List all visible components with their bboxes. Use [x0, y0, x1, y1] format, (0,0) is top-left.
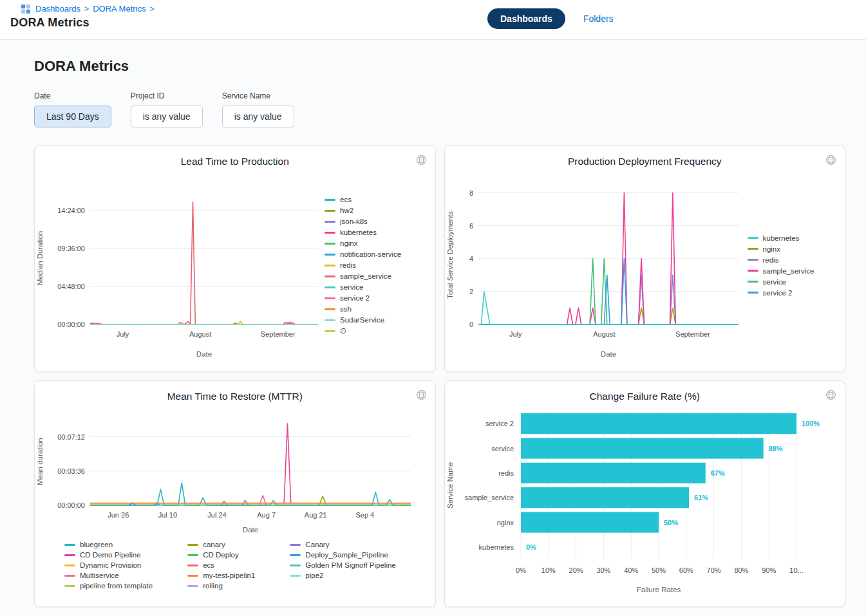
legend-item-canary[interactable]: canary: [187, 540, 255, 549]
legend-label: CD Deploy: [203, 550, 239, 559]
legend-item-CD Demo Pipeline[interactable]: CD Demo Pipeline: [64, 550, 153, 559]
tab-dashboards[interactable]: Dashboards: [487, 8, 565, 29]
bar-service 2[interactable]: [521, 413, 796, 434]
legend-item-rolling[interactable]: rolling: [187, 581, 255, 590]
breadcrumb-separator: >: [84, 5, 89, 14]
legend-item-redis[interactable]: redis: [325, 261, 424, 270]
bar-service[interactable]: [521, 438, 764, 458]
legend-item-pipeline from template[interactable]: pipeline from template: [64, 581, 153, 590]
globe-icon: [825, 389, 836, 400]
legend-item-my-test-pipelin1[interactable]: my-test-pipelin1: [187, 571, 255, 580]
legend-item-CD Deploy[interactable]: CD Deploy: [187, 550, 255, 559]
legend-label: Deploy_Sample_Pipeline: [305, 550, 388, 559]
legend-item-kubernetes[interactable]: kubernetes: [748, 234, 842, 243]
legend-swatch: [64, 554, 75, 556]
legend-item-Golden PM Signoff Pipeline[interactable]: Golden PM Signoff Pipeline: [290, 561, 395, 570]
bar-nginx[interactable]: [521, 512, 659, 532]
filter-date-value-button[interactable]: Last 90 Days: [34, 106, 111, 127]
legend-swatch: [325, 330, 335, 332]
breadcrumb-separator: >: [149, 5, 154, 14]
legend-item-hw2[interactable]: hw2: [325, 206, 424, 215]
legend-item-sample_service[interactable]: sample_service: [748, 266, 842, 275]
legend-label: service: [340, 283, 363, 292]
legend-label: redis: [763, 256, 779, 265]
legend-item-json-k8s[interactable]: json-k8s: [325, 217, 424, 226]
legend-label: kubernetes: [340, 228, 377, 237]
legend-label: ecs: [340, 195, 352, 204]
y-tick-label: 00:00:00: [57, 501, 85, 509]
globe-icon: [416, 154, 427, 165]
x-tick-label: 60%: [679, 566, 693, 574]
legend-item-nginx[interactable]: nginx: [325, 239, 424, 248]
chart-title: Production Deployment Frequency: [445, 156, 845, 167]
bar-plot: 0%10%20%30%40%50%60%70%80%90%10...servic…: [445, 402, 835, 597]
y-tick-label: 00:03:36: [57, 467, 85, 475]
filter-project-id: Project ID is any value: [131, 91, 203, 127]
y-tick-label: 8: [469, 189, 473, 197]
legend-swatch: [64, 544, 75, 546]
card-lead-time-to-production: Lead Time to Production 00:00:0004:48:00…: [34, 145, 436, 372]
filter-project-id-value-button[interactable]: is any value: [131, 106, 203, 127]
legend-label: pipeline from template: [80, 581, 153, 590]
legend-item-Canary[interactable]: Canary: [290, 540, 395, 549]
legend-label: ssh: [340, 304, 352, 313]
legend-swatch: [64, 565, 75, 566]
legend-swatch: [325, 265, 335, 266]
legend-item-service 2[interactable]: service 2: [325, 294, 424, 303]
x-tick-label: July: [509, 330, 522, 338]
filter-bar: Date Last 90 Days Project ID is any valu…: [34, 91, 845, 127]
breadcrumb-item-dora-metrics[interactable]: DORA Metrics: [93, 4, 146, 14]
mttr-legend: bluegreenCD Demo PipelineDynamic Provisi…: [64, 540, 396, 590]
legend-item-Multiservice[interactable]: Multiservice: [64, 571, 153, 580]
chart-title: Lead Time to Production: [35, 156, 435, 167]
legend-item-redis[interactable]: redis: [748, 256, 842, 265]
y-tick-label: 6: [469, 222, 473, 230]
legend-item-service[interactable]: service: [325, 283, 424, 292]
series-line-bluegreen: [90, 483, 411, 506]
bar-sample_service[interactable]: [521, 487, 689, 508]
legend-item-ecs[interactable]: ecs: [325, 195, 424, 204]
legend-label: Canary: [305, 540, 329, 549]
legend-item-ecs[interactable]: ecs: [187, 561, 255, 570]
x-tick-label: Aug 7: [257, 511, 276, 519]
y-axis-title: Total Service Deployments: [446, 211, 454, 299]
x-tick-label: Jul 10: [158, 511, 177, 519]
filter-service-name: Service Name is any value: [222, 91, 294, 127]
y-tick-label: 04:48:00: [57, 283, 85, 290]
legend-swatch: [748, 259, 758, 261]
legend-swatch: [748, 237, 758, 239]
legend-swatch: [187, 544, 198, 546]
lead-time-chart: 00:00:0004:48:0009:36:0014:24:00JulyAugu…: [35, 167, 325, 363]
tab-folders[interactable]: Folders: [583, 14, 614, 24]
legend-label: rolling: [203, 581, 223, 590]
breadcrumb-item-dashboards[interactable]: Dashboards: [35, 4, 80, 14]
dashboard-content: DORA Metrics Date Last 90 Days Project I…: [0, 40, 866, 607]
legend-item-∅[interactable]: ∅: [325, 326, 424, 335]
filter-service-name-value-button[interactable]: is any value: [222, 106, 294, 127]
legend-item-SudarService[interactable]: SudarService: [325, 315, 424, 324]
filter-date-label: Date: [34, 91, 111, 100]
legend-item-bluegreen[interactable]: bluegreen: [64, 540, 153, 549]
line-plot: 00:00:0004:48:0009:36:0014:24:00JulyAugu…: [35, 167, 325, 360]
legend-swatch: [64, 585, 75, 587]
legend-item-Deploy_Sample_Pipeline[interactable]: Deploy_Sample_Pipeline: [290, 550, 395, 559]
y-tick-label: 4: [469, 255, 473, 263]
bar-redis[interactable]: [521, 463, 706, 483]
legend-item-service 2[interactable]: service 2: [748, 288, 842, 297]
chart-title: Mean Time to Restore (MTTR): [35, 391, 435, 402]
legend-item-notification-service[interactable]: notification-service: [325, 250, 424, 259]
legend-item-pipe2[interactable]: pipe2: [290, 571, 395, 580]
legend-label: notification-service: [340, 250, 401, 259]
filter-service-name-label: Service Name: [222, 91, 294, 100]
legend-item-Dynamic Provision[interactable]: Dynamic Provision: [64, 561, 153, 570]
y-axis-title: Median Duration: [36, 231, 44, 285]
legend-item-service[interactable]: service: [748, 277, 842, 286]
legend-item-ssh[interactable]: ssh: [325, 304, 424, 313]
legend-item-sample_service[interactable]: sample_service: [325, 272, 424, 281]
legend-item-kubernetes[interactable]: kubernetes: [325, 228, 424, 237]
filter-date: Date Last 90 Days: [34, 91, 111, 127]
x-tick-label: September: [261, 330, 296, 338]
legend-label: my-test-pipelin1: [203, 571, 255, 580]
legend-swatch: [325, 319, 335, 321]
legend-item-nginx[interactable]: nginx: [748, 245, 842, 254]
